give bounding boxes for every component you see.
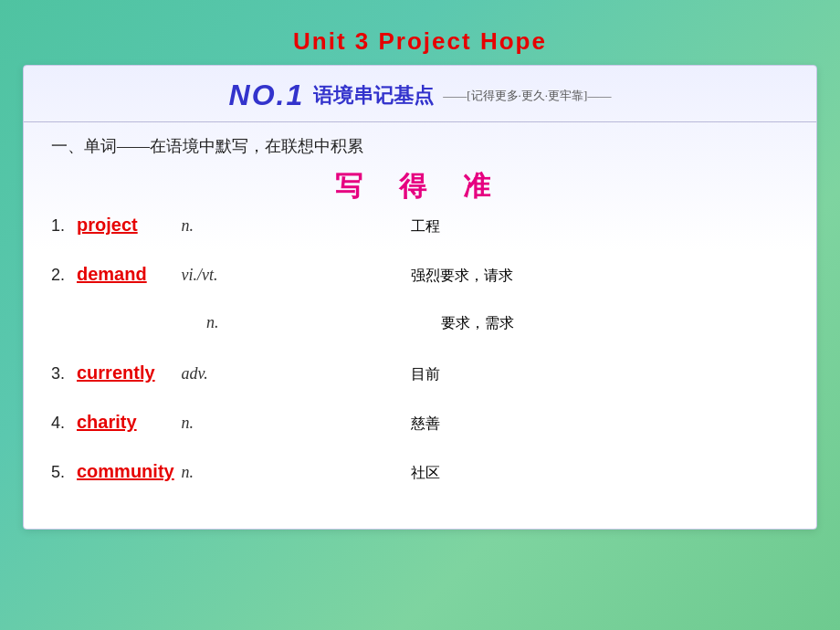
white-panel: NO.1 语境串记基点 ——[记得更多·更久·更牢靠]—— 一、单词——在语境中… bbox=[23, 65, 817, 530]
item-word-5: community bbox=[77, 461, 177, 482]
vocab-item-2: 2. demand vi./vt. 强烈要求，请求 bbox=[51, 264, 789, 297]
page-title: Unit 3 Project Hope bbox=[293, 27, 547, 55]
item-num-3: 3. bbox=[51, 364, 77, 383]
vocab-item-5: 5. community n. 社区 bbox=[51, 461, 789, 494]
no1-subtitle: 语境串记基点 bbox=[313, 82, 434, 110]
vocab-left-4: 4. charity n. bbox=[51, 412, 383, 433]
meaning-text-2b: 要求，需求 bbox=[441, 315, 514, 331]
meaning-text-4: 慈善 bbox=[411, 415, 440, 431]
item-pos-2: vi./vt. bbox=[177, 266, 259, 285]
item-word-1: project bbox=[77, 215, 177, 236]
meaning-text-3: 目前 bbox=[411, 366, 440, 382]
vocab-left-2: 2. demand vi./vt. bbox=[51, 264, 383, 285]
section-header: 一、单词——在语境中默写，在联想中积累 bbox=[24, 122, 816, 166]
write-title: 写 得 准 bbox=[24, 168, 816, 205]
item-pos-1: n. bbox=[177, 216, 259, 236]
vocab-left-1: 1. project n. bbox=[51, 215, 383, 236]
item-num-1: 1. bbox=[51, 216, 77, 236]
no1-number: NO.1 bbox=[229, 79, 305, 112]
item-word-2: demand bbox=[77, 264, 177, 285]
vocab-left-3: 3. currently adv. bbox=[51, 362, 383, 383]
main-container: Unit 3 Project Hope NO.1 语境串记基点 ——[记得更多·… bbox=[0, 0, 840, 630]
vocab-list: 1. project n. 工程 2. demand vi./vt. 强烈要求，… bbox=[24, 215, 816, 494]
item-num-5: 5. bbox=[51, 463, 77, 482]
item-pos-3: adv. bbox=[177, 364, 259, 383]
vocab-left-5: 5. community n. bbox=[51, 461, 383, 482]
vocab-left-2b: n. bbox=[106, 313, 414, 332]
item-num-4: 4. bbox=[51, 414, 77, 433]
vocab-meaning-1: 工程 bbox=[383, 217, 789, 236]
item-pos-4: n. bbox=[177, 414, 259, 433]
vocab-item-1: 1. project n. 工程 bbox=[51, 215, 789, 247]
meaning-text-1: 工程 bbox=[411, 218, 440, 234]
no1-bracket: ——[记得更多·更久·更牢靠]—— bbox=[443, 88, 611, 104]
item-pos-5: n. bbox=[177, 463, 259, 482]
meaning-text-2: 强烈要求，请求 bbox=[411, 268, 513, 283]
vocab-meaning-2b: 要求，需求 bbox=[414, 314, 789, 333]
vocab-item-3: 3. currently adv. 目前 bbox=[51, 362, 789, 395]
item-num-2: 2. bbox=[51, 266, 77, 285]
vocab-meaning-2: 强烈要求，请求 bbox=[383, 267, 789, 286]
vocab-item-2b: n. 要求，需求 bbox=[51, 313, 789, 346]
vocab-item-4: 4. charity n. 慈善 bbox=[51, 412, 789, 445]
vocab-meaning-3: 目前 bbox=[383, 365, 789, 384]
item-pos-2b: n. bbox=[206, 313, 289, 332]
meaning-text-5: 社区 bbox=[411, 465, 440, 480]
title-area: Unit 3 Project Hope bbox=[293, 27, 547, 56]
item-word-4: charity bbox=[77, 412, 177, 433]
item-word-3: currently bbox=[77, 362, 177, 383]
vocab-meaning-5: 社区 bbox=[383, 464, 789, 483]
no1-header: NO.1 语境串记基点 ——[记得更多·更久·更牢靠]—— bbox=[24, 66, 816, 122]
vocab-meaning-4: 慈善 bbox=[383, 415, 789, 434]
